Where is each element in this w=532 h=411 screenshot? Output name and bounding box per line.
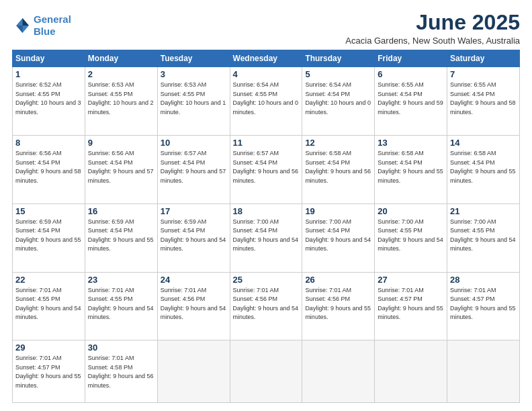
- table-row: 17 Sunrise: 6:59 AM Sunset: 4:54 PM Dayl…: [157, 203, 230, 272]
- day-number: 7: [450, 69, 517, 79]
- table-row: 13 Sunrise: 6:58 AM Sunset: 4:54 PM Dayl…: [375, 136, 447, 204]
- table-row: 26 Sunrise: 7:01 AM Sunset: 4:56 PM Dayl…: [302, 272, 375, 340]
- day-number: 23: [88, 275, 154, 285]
- day-number: 4: [233, 69, 300, 79]
- table-row: 20 Sunrise: 7:00 AM Sunset: 4:55 PM Dayl…: [375, 203, 447, 272]
- table-row: 7 Sunrise: 6:55 AM Sunset: 4:54 PM Dayli…: [447, 67, 520, 136]
- table-row: 8 Sunrise: 6:56 AM Sunset: 4:54 PM Dayli…: [13, 136, 85, 204]
- table-row: 9 Sunrise: 6:56 AM Sunset: 4:54 PM Dayli…: [85, 136, 157, 204]
- day-info: Sunrise: 6:52 AM Sunset: 4:55 PM Dayligh…: [15, 81, 82, 117]
- logo: General Blue: [12, 13, 71, 38]
- table-row: 10 Sunrise: 6:57 AM Sunset: 4:54 PM Dayl…: [157, 136, 230, 204]
- col-tuesday: Tuesday: [157, 50, 230, 67]
- day-number: 11: [233, 138, 300, 148]
- table-row: 2 Sunrise: 6:53 AM Sunset: 4:55 PM Dayli…: [85, 67, 157, 136]
- table-row: 11 Sunrise: 6:57 AM Sunset: 4:54 PM Dayl…: [230, 136, 302, 204]
- day-number: 25: [233, 275, 300, 285]
- location-title: Acacia Gardens, New South Wales, Austral…: [345, 36, 520, 46]
- table-row: 14 Sunrise: 6:58 AM Sunset: 4:54 PM Dayl…: [447, 136, 520, 204]
- table-row: 3 Sunrise: 6:53 AM Sunset: 4:55 PM Dayli…: [157, 67, 230, 136]
- day-number: 26: [305, 275, 371, 285]
- day-info: Sunrise: 6:56 AM Sunset: 4:54 PM Dayligh…: [88, 149, 154, 185]
- table-row: 6 Sunrise: 6:55 AM Sunset: 4:54 PM Dayli…: [375, 67, 447, 136]
- day-info: Sunrise: 6:54 AM Sunset: 4:55 PM Dayligh…: [233, 81, 300, 117]
- table-row: 29 Sunrise: 7:01 AM Sunset: 4:57 PM Dayl…: [13, 340, 85, 403]
- table-row: 19 Sunrise: 7:00 AM Sunset: 4:54 PM Dayl…: [302, 203, 375, 272]
- table-row: [157, 340, 230, 403]
- table-row: 23 Sunrise: 7:01 AM Sunset: 4:55 PM Dayl…: [85, 272, 157, 340]
- logo-text: General Blue: [34, 13, 71, 38]
- day-info: Sunrise: 6:59 AM Sunset: 4:54 PM Dayligh…: [15, 218, 82, 254]
- table-row: [447, 340, 520, 403]
- calendar-row: 29 Sunrise: 7:01 AM Sunset: 4:57 PM Dayl…: [13, 340, 520, 403]
- day-number: 5: [305, 69, 371, 79]
- day-info: Sunrise: 6:58 AM Sunset: 4:54 PM Dayligh…: [450, 149, 517, 185]
- day-info: Sunrise: 6:58 AM Sunset: 4:54 PM Dayligh…: [305, 149, 371, 185]
- calendar-row: 1 Sunrise: 6:52 AM Sunset: 4:55 PM Dayli…: [13, 67, 520, 136]
- day-number: 9: [88, 138, 154, 148]
- table-row: 4 Sunrise: 6:54 AM Sunset: 4:55 PM Dayli…: [230, 67, 302, 136]
- day-number: 13: [378, 138, 444, 148]
- header: General Blue June 2025 Acacia Gardens, N…: [12, 11, 520, 46]
- day-info: Sunrise: 6:56 AM Sunset: 4:54 PM Dayligh…: [15, 149, 82, 185]
- table-row: [302, 340, 375, 403]
- day-info: Sunrise: 7:01 AM Sunset: 4:56 PM Dayligh…: [305, 286, 371, 322]
- day-number: 8: [15, 138, 82, 148]
- day-number: 24: [161, 275, 227, 285]
- day-number: 1: [15, 69, 82, 79]
- table-row: [230, 340, 302, 403]
- day-number: 20: [378, 206, 444, 216]
- day-number: 18: [233, 206, 300, 216]
- day-info: Sunrise: 7:01 AM Sunset: 4:55 PM Dayligh…: [15, 286, 82, 322]
- day-info: Sunrise: 6:53 AM Sunset: 4:55 PM Dayligh…: [88, 81, 154, 117]
- table-row: 21 Sunrise: 7:00 AM Sunset: 4:55 PM Dayl…: [447, 203, 520, 272]
- day-number: 12: [305, 138, 371, 148]
- day-info: Sunrise: 7:01 AM Sunset: 4:57 PM Dayligh…: [450, 286, 517, 322]
- table-row: 16 Sunrise: 6:59 AM Sunset: 4:54 PM Dayl…: [85, 203, 157, 272]
- day-number: 19: [305, 206, 371, 216]
- calendar-row: 8 Sunrise: 6:56 AM Sunset: 4:54 PM Dayli…: [13, 136, 520, 204]
- svg-marker-1: [23, 18, 29, 26]
- calendar-row: 15 Sunrise: 6:59 AM Sunset: 4:54 PM Dayl…: [13, 203, 520, 272]
- day-number: 10: [161, 138, 227, 148]
- day-info: Sunrise: 7:00 AM Sunset: 4:54 PM Dayligh…: [233, 218, 300, 254]
- day-info: Sunrise: 6:59 AM Sunset: 4:54 PM Dayligh…: [161, 218, 227, 254]
- day-number: 30: [88, 342, 154, 353]
- calendar-row: 22 Sunrise: 7:01 AM Sunset: 4:55 PM Dayl…: [13, 272, 520, 340]
- day-info: Sunrise: 7:01 AM Sunset: 4:55 PM Dayligh…: [88, 286, 154, 322]
- col-sunday: Sunday: [13, 50, 85, 67]
- day-info: Sunrise: 6:57 AM Sunset: 4:54 PM Dayligh…: [161, 149, 227, 185]
- day-info: Sunrise: 7:00 AM Sunset: 4:54 PM Dayligh…: [305, 218, 371, 254]
- day-info: Sunrise: 7:00 AM Sunset: 4:55 PM Dayligh…: [378, 218, 444, 254]
- day-number: 27: [378, 275, 444, 285]
- day-number: 22: [15, 275, 82, 285]
- month-title: June 2025: [345, 11, 520, 34]
- day-info: Sunrise: 6:58 AM Sunset: 4:54 PM Dayligh…: [378, 149, 444, 185]
- day-info: Sunrise: 7:01 AM Sunset: 4:58 PM Dayligh…: [88, 354, 154, 390]
- table-row: 30 Sunrise: 7:01 AM Sunset: 4:58 PM Dayl…: [85, 340, 157, 403]
- day-number: 21: [450, 206, 517, 216]
- table-row: 5 Sunrise: 6:54 AM Sunset: 4:54 PM Dayli…: [302, 67, 375, 136]
- table-row: 27 Sunrise: 7:01 AM Sunset: 4:57 PM Dayl…: [375, 272, 447, 340]
- day-number: 16: [88, 206, 154, 216]
- col-wednesday: Wednesday: [230, 50, 302, 67]
- day-info: Sunrise: 6:55 AM Sunset: 4:54 PM Dayligh…: [450, 81, 517, 117]
- logo-general: General: [34, 13, 71, 25]
- title-block: June 2025 Acacia Gardens, New South Wale…: [345, 11, 520, 46]
- day-number: 3: [161, 69, 227, 79]
- day-info: Sunrise: 6:57 AM Sunset: 4:54 PM Dayligh…: [233, 149, 300, 185]
- table-row: 12 Sunrise: 6:58 AM Sunset: 4:54 PM Dayl…: [302, 136, 375, 204]
- day-info: Sunrise: 7:01 AM Sunset: 4:57 PM Dayligh…: [378, 286, 444, 322]
- day-number: 28: [450, 275, 517, 285]
- day-number: 29: [15, 342, 82, 353]
- table-row: 18 Sunrise: 7:00 AM Sunset: 4:54 PM Dayl…: [230, 203, 302, 272]
- table-row: 24 Sunrise: 7:01 AM Sunset: 4:56 PM Dayl…: [157, 272, 230, 340]
- table-row: 25 Sunrise: 7:01 AM Sunset: 4:56 PM Dayl…: [230, 272, 302, 340]
- day-info: Sunrise: 7:01 AM Sunset: 4:56 PM Dayligh…: [161, 286, 227, 322]
- day-info: Sunrise: 6:54 AM Sunset: 4:54 PM Dayligh…: [305, 81, 371, 117]
- col-friday: Friday: [375, 50, 447, 67]
- logo-icon: [12, 16, 31, 35]
- day-number: 6: [378, 69, 444, 79]
- day-info: Sunrise: 6:55 AM Sunset: 4:54 PM Dayligh…: [378, 81, 444, 117]
- day-number: 14: [450, 138, 517, 148]
